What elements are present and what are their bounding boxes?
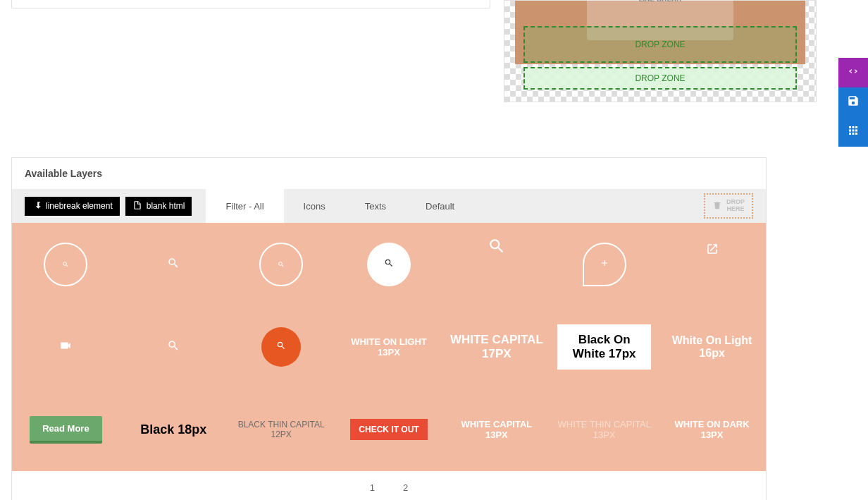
checkit-preview: CHECK IT OUT	[350, 419, 427, 440]
text-preview: WHITE CAPITAL 13PX	[450, 419, 543, 440]
layer-video[interactable]	[12, 305, 120, 388]
text-preview: White On Light 16px	[665, 334, 759, 360]
text-preview: WHITE ON LIGHT 13PX	[342, 336, 436, 358]
side-toolbar	[838, 58, 868, 147]
trash-icon	[712, 200, 722, 212]
canvas-inner: LINE BREAK DROP ZONE	[515, 1, 805, 64]
file-icon	[132, 200, 142, 212]
text-preview: WHITE THIN CAPITAL 13PX	[557, 419, 651, 440]
filter-tab-all[interactable]: Filter - All	[206, 189, 283, 223]
search-icon	[384, 258, 394, 271]
layers-toolbar: linebreak element blank html Filter - Al…	[12, 189, 766, 223]
search-circle-outline	[44, 243, 87, 286]
layers-grid: WHITE ON LIGHT 13PX WHITE CAPITAL 17PX B…	[12, 223, 766, 471]
layer-text-white-thin-13[interactable]: WHITE THIN CAPITAL 13PX	[550, 389, 658, 471]
filter-default-label: Default	[426, 201, 454, 212]
layer-search-circle-outline[interactable]	[12, 223, 120, 305]
linebreak-button-label: linebreak element	[46, 201, 113, 211]
search-icon	[278, 258, 285, 271]
text-preview: Black 18px	[140, 422, 206, 437]
linebreak-element-button[interactable]: linebreak element	[25, 197, 120, 216]
layer-search-circle-orange[interactable]	[228, 305, 335, 388]
layer-text-white-light-13[interactable]: WHITE ON LIGHT 13PX	[335, 305, 443, 388]
layer-text-black-thin-12[interactable]: BLACK THIN CAPITAL 12PX	[228, 389, 335, 471]
filter-tab-icons[interactable]: Icons	[284, 189, 345, 223]
filter-tab-texts[interactable]: Texts	[345, 189, 406, 223]
search-icon	[488, 237, 506, 258]
layer-search-plain[interactable]	[120, 223, 228, 305]
search-icon	[276, 341, 286, 353]
readmore-preview: Read More	[30, 416, 101, 444]
layer-text-white-cap-17[interactable]: WHITE CAPITAL 17PX	[442, 305, 550, 388]
linebreak-label: LINE BREAK	[638, 0, 681, 3]
filter-texts-label: Texts	[365, 201, 386, 212]
drop-here-text: DROP HERE	[726, 199, 745, 213]
search-circle-outline	[259, 243, 303, 286]
code-icon	[847, 65, 860, 80]
filter-tab-default[interactable]: Default	[406, 189, 474, 223]
video-icon	[59, 339, 72, 355]
layer-text-white-dark-13[interactable]: WHITE ON DARK 13PX	[658, 389, 766, 471]
dropzone-label: DROP ZONE	[635, 39, 685, 49]
blank-html-button[interactable]: blank html	[125, 197, 192, 216]
layer-button-readmore[interactable]: Read More	[12, 389, 120, 471]
search-circle-white	[367, 243, 411, 286]
canvas-container: LINE BREAK DROP ZONE DROP ZONE	[504, 0, 817, 102]
layer-search-large[interactable]	[442, 223, 550, 305]
layer-search-plain-2[interactable]	[120, 305, 228, 388]
drop-zone-below[interactable]: DROP ZONE	[523, 67, 797, 90]
drop-here-target[interactable]: DROP HERE	[704, 193, 753, 219]
search-circle-orange	[261, 327, 301, 367]
filter-tabs: Filter - All Icons Texts Default	[206, 189, 474, 223]
page-2[interactable]: 2	[403, 482, 408, 493]
layer-search-circle-outline-2[interactable]	[228, 223, 335, 305]
layer-text-white-cap-13[interactable]: WHITE CAPITAL 13PX	[442, 389, 550, 471]
search-icon	[167, 339, 180, 355]
layer-text-white-light-16[interactable]: White On Light 16px	[658, 305, 766, 388]
grid-button[interactable]	[838, 117, 868, 147]
layer-text-black-on-white-17[interactable]: Black On White 17px	[550, 305, 658, 388]
plus-icon	[600, 258, 609, 271]
preview-box-edge	[11, 0, 490, 8]
drop-zone-overlay[interactable]: DROP ZONE	[523, 26, 797, 63]
search-icon	[167, 257, 180, 272]
save-button[interactable]	[838, 87, 868, 117]
search-icon	[62, 258, 69, 271]
external-link-icon	[706, 243, 719, 258]
layer-plus-leaf[interactable]	[550, 223, 658, 305]
panel-title: Available Layers	[12, 158, 766, 189]
save-icon	[847, 94, 860, 110]
blank-html-label: blank html	[147, 201, 185, 211]
text-preview: BLACK THIN CAPITAL 12PX	[235, 420, 328, 439]
drop-here-line2: HERE	[726, 206, 745, 213]
text-preview: WHITE ON DARK 13PX	[665, 419, 759, 440]
plus-leaf-shape	[583, 243, 626, 286]
pagination: 1 2	[12, 471, 766, 500]
page-1[interactable]: 1	[370, 482, 375, 493]
grid-icon	[847, 124, 860, 140]
tool-buttons: linebreak element blank html	[12, 189, 192, 223]
layers-panel: Available Layers linebreak element blank…	[11, 157, 767, 500]
linebreak-arrow-icon	[32, 200, 42, 212]
layer-external-link[interactable]	[658, 223, 766, 305]
code-button[interactable]	[838, 58, 868, 87]
text-preview: WHITE CAPITAL 17PX	[450, 333, 543, 361]
filter-icons-label: Icons	[304, 201, 326, 212]
dropzone-label: DROP ZONE	[635, 73, 685, 83]
text-preview: Black On White 17px	[557, 324, 651, 370]
layer-text-black-18[interactable]: Black 18px	[120, 389, 228, 471]
layer-button-checkit[interactable]: CHECK IT OUT	[335, 389, 443, 471]
layer-search-circle-white[interactable]	[335, 223, 443, 305]
filter-all-label: Filter - All	[225, 201, 264, 212]
